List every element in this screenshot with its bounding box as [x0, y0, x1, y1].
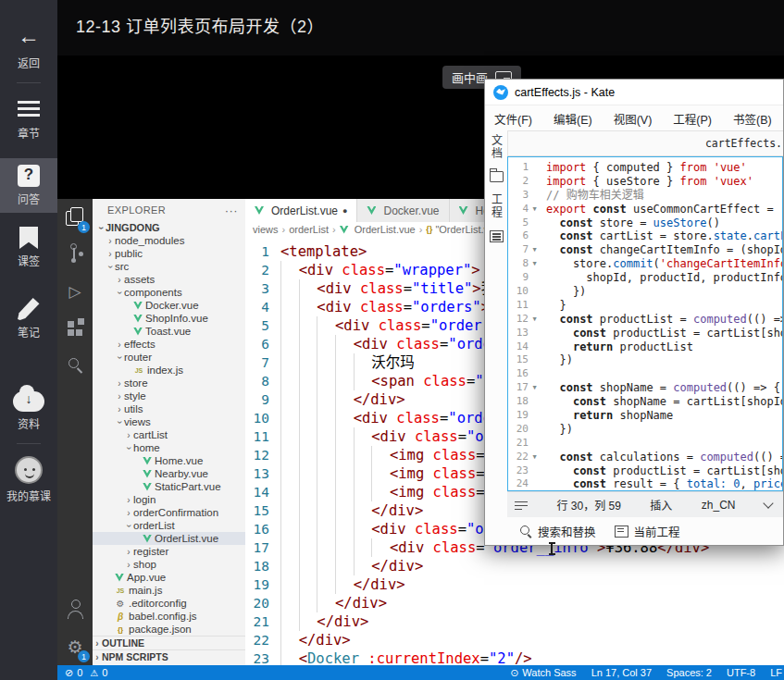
tree-item-node_modules[interactable]: ›node_modules [93, 234, 245, 247]
run-debug-icon[interactable] [57, 273, 93, 310]
menu-书签(B)[interactable]: 书签(B) [733, 110, 772, 128]
tree-item-views[interactable]: ›views [93, 415, 245, 428]
tab-Docker.vue[interactable]: Docker.vue [357, 199, 449, 222]
source-control-icon[interactable] [57, 236, 93, 273]
fold-arrow-icon[interactable]: ▼ [529, 257, 541, 271]
sidebar-item-label: 笔记 [18, 324, 40, 340]
tree-item-Docker.vue[interactable]: Docker.vue [93, 299, 245, 312]
tree-item-public[interactable]: ›public [93, 247, 245, 260]
tree-item-index.js[interactable]: index.js [93, 364, 245, 377]
status-item[interactable]: Spaces: 2 [666, 667, 712, 678]
more-actions-icon[interactable]: ··· [225, 204, 238, 217]
code-line: 23 const productList = cartList[sho [508, 464, 782, 478]
search-icon[interactable] [57, 347, 93, 384]
tree-item-Home.vue[interactable]: Home.vue [93, 454, 245, 467]
tree-item-package.json[interactable]: package.json [93, 623, 245, 636]
fold-arrow-icon[interactable]: ▼ [529, 451, 541, 464]
sidebar-item-qa[interactable]: 问答 [0, 158, 57, 213]
tree-item-style[interactable]: ›style [93, 389, 245, 402]
sidebar-item-bookmark[interactable]: 课签 [0, 220, 57, 275]
fold-arrow-icon[interactable]: ▼ [529, 381, 541, 395]
status-problems[interactable]: 00 [57, 667, 107, 679]
status-item[interactable]: LF [770, 667, 782, 678]
kate-tab[interactable]: cartEffects. [705, 137, 783, 150]
tree-item-ShopInfo.vue[interactable]: ShopInfo.vue [93, 312, 245, 325]
status-item[interactable]: Ln 17, Col 37 [591, 667, 652, 678]
status-item[interactable]: UTF-8 [727, 667, 755, 678]
section-outline[interactable]: ›OUTLINE [93, 636, 245, 649]
menu-视图(V)[interactable]: 视图(V) [614, 110, 653, 128]
tree-item-.editorconfig[interactable]: .editorconfig [93, 597, 245, 610]
sidebar-item-materials[interactable]: 资料 [0, 383, 57, 438]
tree-item-shop[interactable]: ›shop [93, 558, 245, 571]
tree-item-orderList[interactable]: ›orderList [93, 519, 245, 532]
kate-code-view[interactable]: 1import { computed } from 'vue'2import {… [507, 156, 783, 491]
tool-搜索和替换[interactable]: 搜索和替换 [520, 523, 596, 540]
list-icon[interactable] [490, 230, 504, 242]
status-item[interactable]: Watch Sass [510, 667, 577, 679]
breadcrumb-item[interactable]: views [253, 224, 279, 235]
tool-当前工程[interactable]: 当前工程 [615, 523, 680, 540]
tree-item-cartList[interactable]: ›cartList [93, 428, 245, 441]
tree-item-router[interactable]: ›router [93, 351, 245, 364]
tab-OrderList.vue[interactable]: OrderList.vue● [245, 199, 357, 222]
tree-item-home[interactable]: ›home [93, 441, 245, 454]
tree-item-StaticPart.vue[interactable]: StaticPart.vue [93, 480, 245, 493]
folder-icon[interactable] [490, 171, 504, 182]
kate-sidetab-工程[interactable]: 工程 [489, 193, 504, 219]
files-icon[interactable]: 1 [57, 199, 93, 236]
tree-item-OrderList.vue[interactable]: OrderList.vue [93, 532, 245, 545]
tree-item-register[interactable]: ›register [93, 545, 245, 558]
indent-guide [354, 372, 372, 390]
tree-item-src[interactable]: ›src [93, 260, 245, 273]
tree-item-store[interactable]: ›store [93, 377, 245, 389]
sidebar-item-notes[interactable]: 笔记 [0, 290, 57, 346]
tree-item-assets[interactable]: ›assets [93, 273, 245, 286]
chevron-down-icon[interactable] [763, 498, 773, 508]
settings-gear-icon[interactable]: 1 [57, 628, 93, 665]
sidebar-item-back[interactable]: 返回 [0, 20, 57, 77]
indent-guide [354, 464, 372, 483]
fold-arrow-icon[interactable]: ▼ [529, 203, 541, 216]
tree-item-label: .editorconfig [129, 598, 187, 609]
tree-item-login[interactable]: ›login [93, 493, 245, 506]
file-tree: ›JINGDONG›node_modules›public›src›assets… [93, 221, 245, 636]
status-warning-icon[interactable]: 0 [90, 667, 107, 678]
menu-工程(P)[interactable]: 工程(P) [673, 110, 712, 128]
tree-item-components[interactable]: ›components [93, 286, 245, 299]
tree-item-babel.config.js[interactable]: babel.config.js [93, 610, 245, 623]
sidebar-item-mooc[interactable]: 我的慕课 [0, 450, 57, 510]
indent-guide [317, 427, 335, 446]
code-line: 18 const shopName = cartList[shopId [508, 395, 782, 409]
status-error-icon[interactable]: 0 [65, 667, 82, 679]
tree-item-utils[interactable]: ›utils [93, 402, 245, 415]
code-line-text: const shopName = computed(() => { [546, 381, 780, 395]
tree-item-JINGDONG[interactable]: ›JINGDONG [93, 221, 245, 234]
input-mode[interactable]: 插入 [650, 497, 672, 513]
fold-gutter [529, 464, 541, 478]
kate-titlebar[interactable]: cartEffects.js - Kate [485, 80, 783, 105]
tree-item-Nearby.vue[interactable]: Nearby.vue [93, 467, 245, 480]
indent-guide [299, 594, 317, 612]
tree-item-main.js[interactable]: main.js [93, 584, 245, 597]
breadcrumb-item[interactable]: orderList [289, 224, 329, 235]
breadcrumb-item[interactable]: OrderList.vue [340, 224, 416, 235]
account-icon[interactable] [57, 591, 93, 628]
menu-文件(F)[interactable]: 文件(F) [494, 110, 532, 128]
code-line-text: const productList = computed(() => [546, 313, 783, 327]
section-npm-scripts[interactable]: ›NPM SCRIPTS [93, 649, 245, 663]
sidebar-item-chapters[interactable]: 章节 [0, 91, 57, 147]
tree-item-orderConfirmation[interactable]: ›orderConfirmation [93, 506, 245, 519]
tree-item-Toast.vue[interactable]: Toast.vue [93, 325, 245, 338]
menu-编辑(E)[interactable]: 编辑(E) [554, 110, 592, 128]
tree-item-App.vue[interactable]: App.vue [93, 571, 245, 584]
fold-arrow-icon[interactable]: ▼ [529, 243, 541, 257]
cursor-position[interactable]: 行 30，列 59 [556, 497, 620, 513]
kate-sidetab-文档[interactable]: 文档 [489, 134, 504, 160]
fold-arrow-icon[interactable]: ▼ [529, 313, 541, 327]
chevron-right-icon: › [115, 378, 124, 389]
tree-item-effects[interactable]: ›effects [93, 338, 245, 351]
lines-icon[interactable] [515, 501, 528, 510]
extensions-icon[interactable] [57, 310, 93, 347]
encoding[interactable]: zh_CN [702, 499, 736, 512]
